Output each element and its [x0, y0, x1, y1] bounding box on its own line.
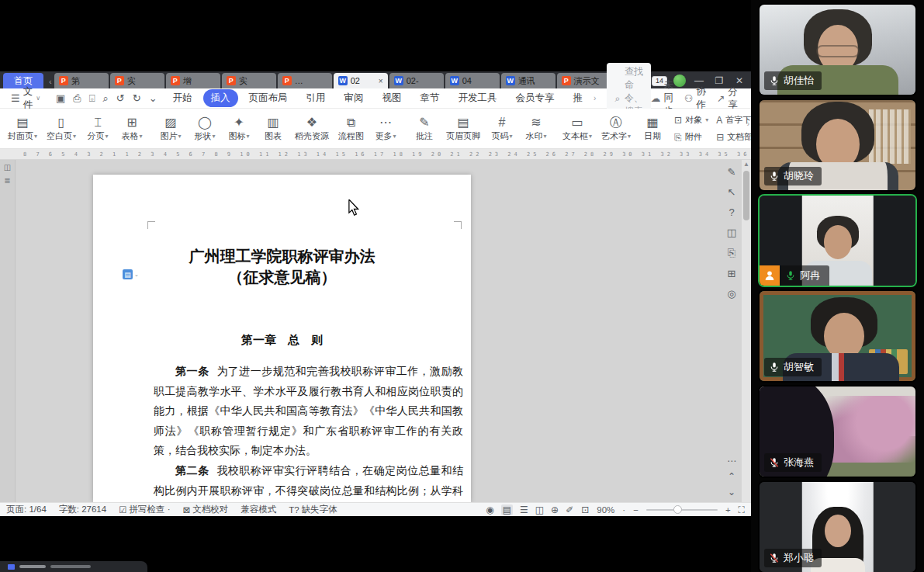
ink-icon[interactable]: ✐ — [566, 504, 573, 515]
prev-page-icon[interactable]: ⌃ — [728, 471, 735, 482]
ribbon-button-docer-resources[interactable]: ❖稻壳资源 — [290, 111, 334, 147]
zoom-in-button[interactable]: + — [725, 505, 731, 515]
select-cursor-icon[interactable]: ↖ — [728, 186, 736, 198]
read-mode-icon[interactable]: ◫ — [727, 227, 736, 238]
document-tab[interactable]: W04 — [445, 73, 500, 88]
outline-view-icon[interactable]: ☰ — [520, 504, 528, 515]
ribbon-button-page-break[interactable]: ⌶分页▾ — [81, 111, 115, 147]
save-icon[interactable]: ▣ — [56, 92, 65, 104]
ribbon-button-more-insert[interactable]: ⋯更多▾ — [369, 111, 403, 147]
ribbon-button-object[interactable]: ⊡对象▾ — [674, 114, 708, 126]
menu-tab-推[interactable]: 推 — [566, 89, 591, 107]
participant-tile[interactable]: 阿冉 — [758, 194, 917, 287]
menu-tab-引用[interactable]: 引用 — [299, 89, 334, 107]
scrollbar-thumb[interactable] — [743, 171, 749, 220]
redo-icon[interactable]: ↻ — [133, 92, 141, 104]
document-tab[interactable]: W02- — [389, 73, 444, 88]
file-menu[interactable]: ☰ 文件 ∨ — [6, 85, 45, 112]
menu-tab-章节[interactable]: 章节 — [413, 89, 448, 107]
chevron-right-icon[interactable]: › — [594, 94, 596, 102]
screen-share-indicator-bar[interactable] — [0, 561, 147, 572]
document-tab[interactable]: P实 — [110, 73, 164, 88]
menu-tab-会员专享[interactable]: 会员专享 — [508, 89, 562, 107]
zoom-slider[interactable] — [646, 509, 718, 511]
ribbon-expand-chevron[interactable]: › — [747, 120, 749, 128]
proofing-button[interactable]: ⊠文档校对 — [183, 504, 229, 515]
ink-pen-icon[interactable]: ✎ — [728, 166, 736, 178]
undo-icon[interactable]: ↺ — [116, 92, 125, 104]
ribbon-button-shapes[interactable]: ◯形状▾ — [188, 111, 222, 147]
ribbon-button-date[interactable]: ▦日期 — [635, 111, 670, 147]
help-icon[interactable]: ? — [728, 206, 734, 218]
word-count[interactable]: 字数: 27614 — [59, 504, 106, 515]
page-indicator[interactable]: 页面: 1/64 — [6, 504, 47, 515]
participant-tile[interactable]: 胡智敏 — [758, 289, 917, 383]
page-view-icon[interactable]: ▤ — [501, 504, 513, 515]
outline-pane-icon[interactable]: ≣ — [4, 176, 10, 185]
document-tab[interactable]: P… — [278, 73, 332, 88]
compatibility-mode-label[interactable]: 兼容模式 — [241, 504, 276, 515]
fit-page-icon[interactable]: ⊡ — [581, 504, 589, 515]
more-commands-icon[interactable]: ⌄ — [149, 92, 157, 104]
export-icon[interactable]: ⎙ — [73, 92, 81, 105]
menu-tab-开始[interactable]: 开始 — [165, 89, 200, 107]
ribbon-button-picture[interactable]: ▨图片▾ — [154, 111, 188, 147]
eye-protect-icon[interactable]: ◉ — [486, 504, 493, 515]
ribbon-button-page-number[interactable]: #页码▾ — [485, 111, 519, 147]
document-tab[interactable]: W02× — [334, 73, 388, 88]
ribbon-button-blank-page[interactable]: ▯空白页▾ — [42, 111, 81, 147]
page-thumb-icon[interactable]: ◫ — [4, 163, 11, 172]
collaborate-button[interactable]: ⚇ 协作 — [684, 85, 706, 112]
menu-tab-页面布局[interactable]: 页面布局 — [241, 89, 296, 107]
zoom-slider-knob[interactable] — [673, 505, 682, 514]
fullscreen-icon[interactable]: ⛶ — [739, 504, 745, 515]
next-page-icon[interactable]: ⌄ — [728, 487, 735, 497]
web-view-icon[interactable]: ⊕ — [551, 504, 559, 515]
ribbon-button-header-footer[interactable]: ▤页眉页脚 — [441, 111, 485, 147]
margin-picture-icon[interactable]: ▤ ⌄ — [123, 269, 139, 279]
ribbon-button-chart[interactable]: ▥图表 — [256, 111, 290, 147]
ribbon-button-watermark[interactable]: ≋水印▾ — [519, 111, 553, 147]
share-button[interactable]: ↗ 分享 — [717, 85, 738, 112]
ribbon-button-attachment[interactable]: ⎘附件 — [674, 131, 708, 143]
document-tab[interactable]: P第 — [54, 73, 109, 88]
menu-tab-审阅[interactable]: 审阅 — [337, 89, 372, 107]
missing-font-button[interactable]: T?缺失字体 — [289, 504, 337, 515]
preview-icon[interactable]: ⌕ — [103, 92, 109, 105]
participant-tile[interactable]: 胡晓玲 — [758, 99, 917, 192]
spell-check-toggle[interactable]: ☑拼写检查 · — [119, 504, 170, 515]
document-page[interactable]: ▤ ⌄ 广州理工学院职称评审办法 （征求意见稿） 第一章 总 则 第一条为了进一… — [93, 175, 471, 502]
document-tab[interactable]: P实 — [222, 73, 276, 88]
scroll-up-icon[interactable]: ▲ — [742, 160, 751, 169]
more-tools-icon[interactable]: ⋯ — [727, 456, 736, 466]
ribbon-button-wordart[interactable]: Ⓐ艺术字▾ — [597, 111, 635, 147]
document-tab[interactable]: W通讯 — [501, 73, 555, 88]
zoom-menu-dot[interactable]: · — [622, 505, 625, 515]
print-icon[interactable]: ⌻ — [89, 92, 95, 105]
tab-scroll-left-icon[interactable]: ‹ — [47, 77, 54, 88]
grid-icon[interactable]: ⊞ — [728, 268, 736, 279]
ribbon-button-flowchart[interactable]: ⧉流程图 — [334, 111, 369, 147]
menu-tab-视图[interactable]: 视图 — [375, 89, 410, 107]
ribbon-button-comment[interactable]: ✎批注 — [407, 111, 441, 147]
navigation-icon[interactable]: ◎ — [727, 288, 735, 300]
ribbon-button-text-box[interactable]: ▭文本框▾ — [558, 111, 597, 147]
zoom-out-button[interactable]: − — [633, 505, 638, 515]
ribbon-button-cover-page[interactable]: ▤封面页▾ — [3, 111, 42, 147]
notes-icon[interactable]: ⎘ — [728, 247, 735, 259]
horizontal-ruler[interactable]: 8 7 6 5 4 3 2 1 1 2 3 4 5 6 7 8 9 10 11 … — [0, 149, 751, 160]
ribbon-button-icon-library[interactable]: ✦图标▾ — [222, 111, 256, 147]
close-tab-icon[interactable]: × — [379, 77, 383, 85]
menu-tab-插入[interactable]: 插入 — [203, 89, 238, 107]
vertical-scrollbar[interactable]: ▲ — [742, 160, 751, 502]
menu-tab-开发工具[interactable]: 开发工具 — [451, 89, 505, 107]
zoom-percent[interactable]: 90% — [597, 505, 614, 515]
icon-library-icon: ✦ — [234, 116, 244, 129]
participant-tile[interactable]: 郑小聪 — [758, 480, 917, 572]
participant-tile[interactable]: 张海燕 — [758, 385, 917, 478]
participant-tile[interactable]: 胡佳怡 — [758, 3, 917, 96]
read-view-icon[interactable]: ◫ — [535, 504, 544, 515]
document-tab[interactable]: P增 — [166, 73, 220, 88]
document-tab[interactable]: P演示文 — [557, 73, 611, 88]
ribbon-button-table[interactable]: ⊞表格▾ — [115, 111, 149, 147]
